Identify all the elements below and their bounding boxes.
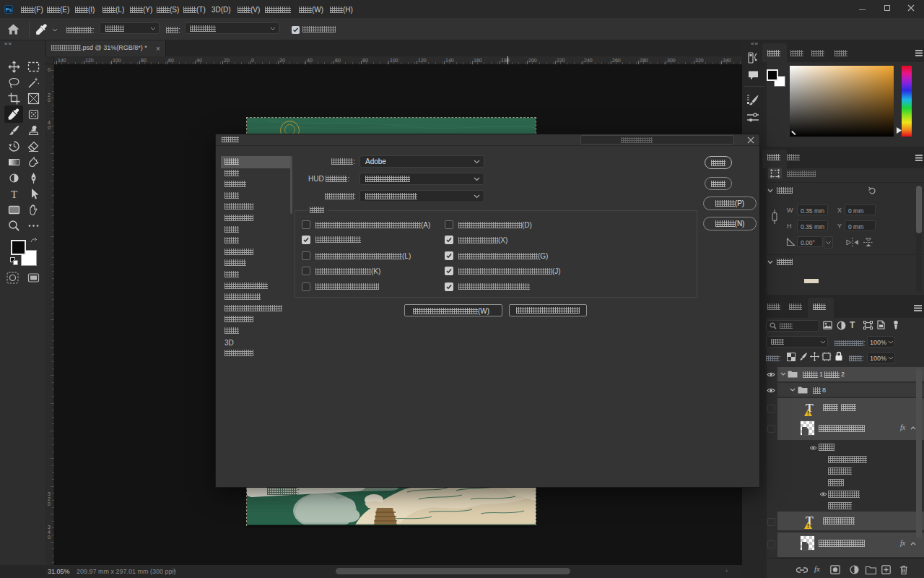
svg-text:T: T <box>11 189 17 200</box>
